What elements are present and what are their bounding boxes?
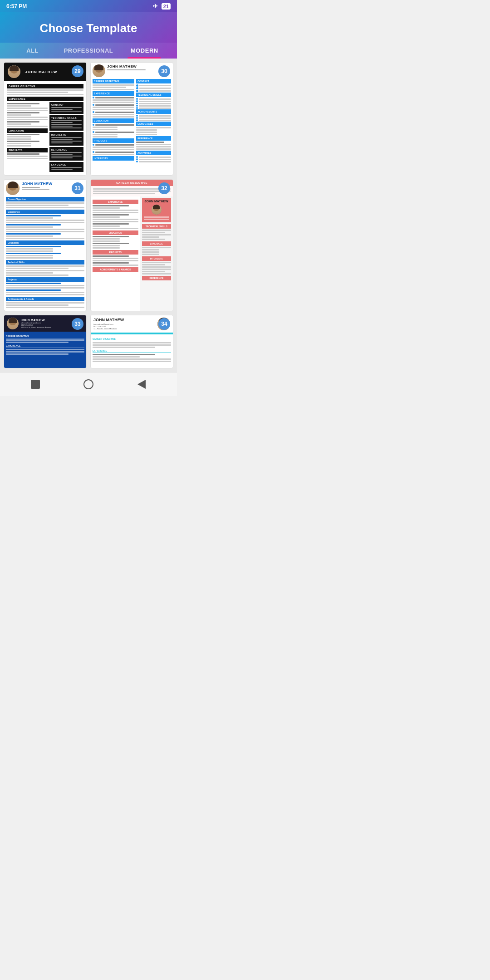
nav-back-icon: [137, 380, 146, 389]
tmpl-30-content: JOHN MATHEW CAREER OBJECTIVE EXPERIENCE: [91, 63, 173, 165]
tab-professional[interactable]: PROFESSIONAL: [60, 43, 116, 59]
template-badge-34: 34: [158, 318, 170, 330]
template-card-33[interactable]: 33 JOHN MATHEW johnmathew@gmail.com 0417…: [4, 315, 87, 368]
tmpl-31-photo: [6, 181, 20, 195]
template-badge-31: 31: [72, 182, 83, 194]
template-card-32[interactable]: 32 CAREER OBJECTIVE EXPERIENCE EDUCATI: [90, 179, 173, 311]
template-badge-32: 32: [158, 182, 170, 194]
tmpl-29-name: JOHN MATHEW: [25, 70, 57, 74]
nav-square-icon: [31, 380, 40, 389]
calendar-icon: 21: [162, 3, 171, 10]
template-badge-30: 30: [158, 65, 170, 77]
nav-home-icon: [83, 379, 93, 389]
tmpl-29-exp-section: EXPERIENCE: [7, 97, 83, 101]
status-time: 6:57 PM: [6, 3, 27, 10]
template-card-34[interactable]: 34 JOHN MATHEW johnmathew@gmail.com 0617…: [90, 315, 173, 368]
airplane-icon: ✈: [153, 3, 158, 10]
tab-bar: ALL PROFESSIONAL MODERN: [0, 43, 177, 59]
nav-square-button[interactable]: [29, 378, 42, 391]
page-title: Choose Template: [5, 21, 172, 43]
template-grid: 29 JOHN MATHEW CAREER OBJECTIVE EXPERIEN…: [0, 59, 177, 372]
tmpl-29-edu-section: EDUCATION: [7, 128, 48, 133]
tmpl-29-proj-section: PROJECTS: [7, 148, 48, 152]
tmpl-29-career-section: CAREER OBJECTIVE: [7, 84, 83, 88]
template-card-30[interactable]: 30 JOHN MATHEW CAREER OBJECTIVE EXPERIEN…: [90, 62, 173, 176]
status-bar-right: ✈ 21: [153, 3, 171, 10]
nav-home-button[interactable]: [82, 378, 95, 391]
template-badge-33: 33: [72, 318, 83, 330]
tmpl-29-photo: [8, 65, 20, 78]
tab-all[interactable]: ALL: [5, 43, 60, 59]
template-card-29[interactable]: 29 JOHN MATHEW CAREER OBJECTIVE EXPERIEN…: [4, 62, 87, 176]
tmpl-31-content: JOHN MATHEW Career Objective Experience …: [4, 180, 86, 311]
tmpl-30-photo: [93, 64, 105, 77]
tmpl-29-body: CAREER OBJECTIVE EXPERIENCE: [4, 81, 86, 175]
header: Choose Template: [0, 12, 177, 43]
tmpl-33-photo: [7, 318, 19, 329]
tab-modern[interactable]: MODERN: [117, 43, 172, 59]
nav-back-button[interactable]: [135, 378, 148, 391]
nav-bar: [0, 372, 177, 396]
status-bar: 6:57 PM ✈ 21: [0, 0, 177, 12]
template-badge-29: 29: [72, 65, 83, 77]
template-card-31[interactable]: 31 JOHN MATHEW Career Objective Experien…: [4, 179, 87, 311]
